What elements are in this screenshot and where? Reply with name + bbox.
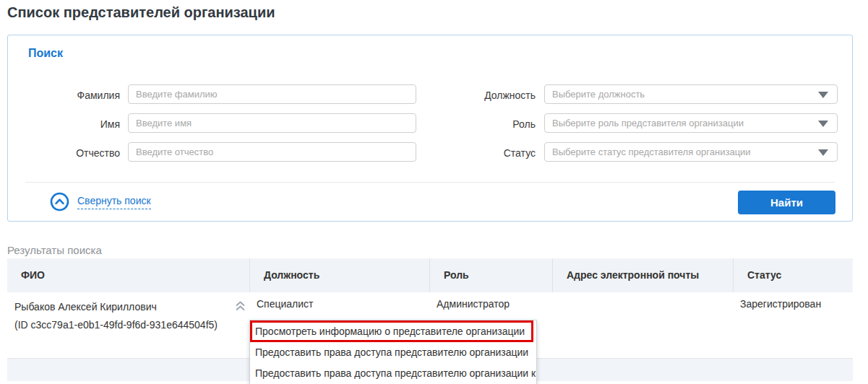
menu-item-grant-access[interactable]: Предоставить права доступа представителю… — [250, 342, 536, 363]
representative-name: Рыбаков Алексей Кириллович — [14, 298, 249, 316]
status-label: Статус — [391, 147, 536, 159]
table-header-row: ФИО Должность Роль Адрес электронной поч… — [7, 258, 853, 292]
column-header-role: Роль — [429, 258, 552, 292]
panel-divider — [25, 182, 835, 183]
middlename-input[interactable] — [128, 142, 416, 162]
menu-item-grant-reports[interactable]: Предоставить права доступа представителю… — [250, 363, 536, 384]
results-title: Результаты поиска — [7, 244, 102, 256]
collapse-search-label: Свернуть поиск — [77, 195, 151, 209]
double-chevron-up-icon[interactable] — [235, 300, 246, 312]
role-select-placeholder: Выберите роль представителя организации — [545, 114, 837, 132]
status-select-placeholder: Выберите статус представителя организаци… — [545, 143, 837, 161]
status-select[interactable]: Выберите статус представителя организаци… — [544, 142, 838, 162]
chevron-down-icon — [818, 92, 828, 98]
column-header-position: Должность — [249, 258, 429, 292]
row-actions-menu: Просмотреть информацию о представителе о… — [249, 320, 537, 384]
role-select[interactable]: Выберите роль представителя организации — [544, 113, 838, 133]
menu-item-view-info[interactable]: Просмотреть информацию о представителе о… — [250, 320, 533, 342]
cell-fio: Рыбаков Алексей Кириллович (ID c3cc79a1-… — [7, 292, 249, 358]
chevron-down-icon — [818, 149, 828, 156]
page-title: Список представителей организации — [7, 4, 275, 21]
firstname-input[interactable] — [128, 113, 416, 133]
position-select[interactable]: Выберите должность — [544, 84, 838, 104]
column-header-fio: ФИО — [7, 258, 249, 292]
column-header-status: Статус — [733, 258, 853, 292]
search-panel: Поиск Фамилия Имя Отчество Должность Выб… — [7, 35, 853, 222]
middlename-label: Отчество — [8, 147, 120, 159]
chevron-up-circle-icon — [50, 192, 69, 211]
column-header-email: Адрес электронной почты — [552, 258, 733, 292]
position-select-placeholder: Выберите должность — [545, 85, 837, 103]
cell-email — [552, 292, 733, 358]
find-button[interactable]: Найти — [738, 191, 835, 214]
chevron-down-icon — [818, 121, 828, 127]
search-panel-title: Поиск — [28, 47, 63, 60]
collapse-search-link[interactable]: Свернуть поиск — [50, 192, 151, 211]
cell-status: Зарегистрирован — [733, 292, 853, 358]
role-label: Роль — [391, 118, 536, 130]
representative-id: (ID c3cc79a1-e0b1-49fd-9f6d-931e644504f5… — [14, 316, 249, 334]
lastname-label: Фамилия — [8, 90, 120, 101]
position-label: Должность — [391, 90, 536, 101]
firstname-label: Имя — [8, 118, 120, 130]
lastname-input[interactable] — [128, 84, 416, 104]
